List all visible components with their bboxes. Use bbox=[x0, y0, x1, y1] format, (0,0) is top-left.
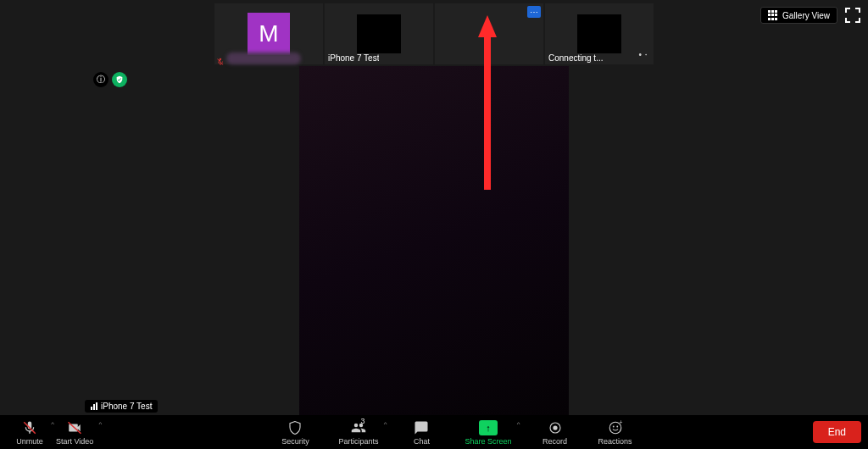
participant-name-label: Connecting t... bbox=[548, 53, 603, 63]
chat-label: Chat bbox=[414, 437, 430, 446]
unmute-label: Unmute bbox=[16, 437, 43, 446]
reactions-button[interactable]: + Reactions bbox=[593, 415, 637, 449]
svg-point-5 bbox=[612, 425, 614, 427]
gallery-view-button[interactable]: Gallery View bbox=[760, 7, 837, 24]
connecting-indicator-icon: •・ bbox=[638, 49, 650, 61]
participants-thumbnail-strip: M iPhone 7 Test ⋯ Connecting t... •・ bbox=[214, 3, 654, 64]
security-label: Security bbox=[281, 437, 309, 446]
meeting-toolbar: Unmute ^ Start Video ^ Security bbox=[0, 415, 868, 449]
share-screen-label: Share Screen bbox=[465, 437, 511, 446]
gallery-view-label: Gallery View bbox=[782, 11, 830, 20]
shield-icon bbox=[287, 419, 303, 436]
mic-muted-icon bbox=[216, 54, 225, 63]
record-label: Record bbox=[542, 437, 567, 446]
fullscreen-button[interactable] bbox=[843, 5, 863, 25]
share-options-caret[interactable]: ^ bbox=[517, 420, 520, 428]
record-icon bbox=[548, 419, 563, 436]
chat-button[interactable]: Chat bbox=[400, 415, 442, 449]
participants-label: Participants bbox=[338, 437, 378, 446]
record-button[interactable]: Record bbox=[534, 415, 576, 449]
encryption-shield-icon[interactable] bbox=[112, 72, 127, 87]
security-button[interactable]: Security bbox=[274, 415, 316, 449]
participant-avatar: M bbox=[248, 13, 290, 55]
info-icon[interactable]: ⓘ bbox=[93, 72, 108, 87]
camera-off-icon bbox=[67, 419, 82, 436]
chat-icon bbox=[414, 419, 429, 436]
participants-count: 3 bbox=[360, 417, 364, 425]
active-speaker-video bbox=[299, 66, 569, 417]
share-screen-button[interactable]: ↑ Share Screen ^ bbox=[459, 415, 516, 449]
participant-thumbnail[interactable]: iPhone 7 Test bbox=[325, 3, 433, 64]
end-meeting-button[interactable]: End bbox=[813, 421, 861, 443]
talking-indicator: iPhone 7 Test bbox=[85, 400, 158, 413]
grid-icon bbox=[768, 10, 778, 20]
participants-options-caret[interactable]: ^ bbox=[384, 420, 387, 428]
start-video-label: Start Video bbox=[56, 437, 93, 446]
start-video-button[interactable]: Start Video ^ bbox=[51, 415, 98, 449]
participant-thumbnail[interactable]: M bbox=[214, 3, 323, 64]
participant-thumbnail[interactable]: ⋯ bbox=[435, 3, 543, 64]
svg-text:+: + bbox=[619, 420, 622, 425]
participant-name-redacted bbox=[226, 53, 301, 64]
mic-muted-icon bbox=[22, 419, 37, 436]
smiley-icon: + bbox=[608, 419, 623, 436]
share-screen-icon: ↑ bbox=[479, 420, 498, 435]
audio-level-icon bbox=[91, 402, 97, 410]
participants-button[interactable]: 3 Participants ^ bbox=[333, 415, 383, 449]
participant-thumbnail[interactable]: Connecting t... •・ bbox=[545, 3, 654, 64]
svg-point-3 bbox=[553, 425, 557, 430]
video-options-caret[interactable]: ^ bbox=[99, 420, 103, 428]
unmute-button[interactable]: Unmute ^ bbox=[8, 415, 51, 449]
svg-point-6 bbox=[616, 425, 618, 427]
reactions-label: Reactions bbox=[598, 437, 632, 446]
participant-more-menu-button[interactable]: ⋯ bbox=[527, 6, 541, 18]
talking-participant-label: iPhone 7 Test bbox=[101, 402, 152, 411]
participant-name-label: iPhone 7 Test bbox=[328, 53, 379, 63]
